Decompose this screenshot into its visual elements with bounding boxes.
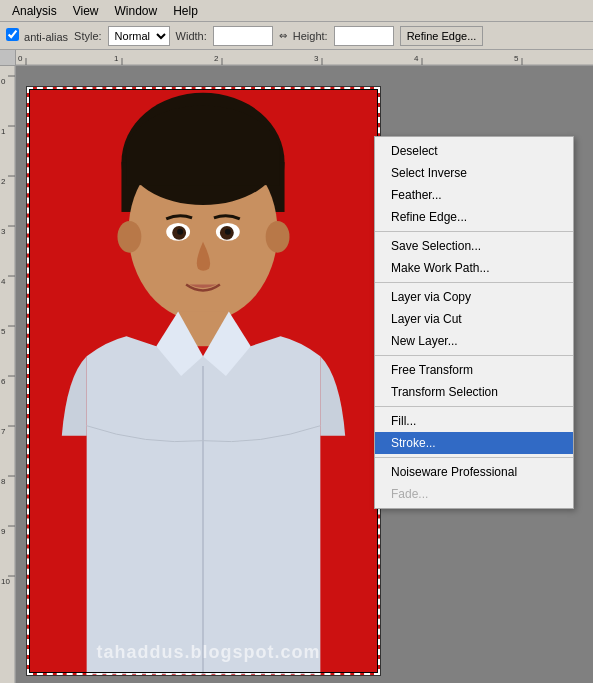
menu-separator-after-10 [375,406,573,407]
context-menu-item-stroke---[interactable]: Stroke... [375,432,573,454]
svg-text:1: 1 [1,127,6,136]
context-menu: DeselectSelect InverseFeather...Refine E… [374,136,574,509]
swap-arrow: ⇔ [279,30,287,41]
svg-text:6: 6 [1,377,6,386]
context-menu-item-layer-via-copy[interactable]: Layer via Copy [375,286,573,308]
svg-rect-40 [126,145,279,185]
menu-separator-after-3 [375,231,573,232]
menu-analysis[interactable]: Analysis [4,2,65,20]
svg-text:4: 4 [414,54,419,63]
context-menu-item-make-work-path---[interactable]: Make Work Path... [375,257,573,279]
svg-text:7: 7 [1,427,6,436]
menu-separator-after-5 [375,282,573,283]
ruler-vertical: 0 1 2 3 4 5 6 7 8 9 10 [0,66,16,683]
menu-help[interactable]: Help [165,2,206,20]
svg-text:2: 2 [1,177,6,186]
svg-point-48 [225,229,231,235]
photo-canvas[interactable]: tahaddus.blogspot.com [26,86,381,676]
context-menu-item-fade---: Fade... [375,483,573,505]
svg-text:1: 1 [114,54,119,63]
svg-text:5: 5 [1,327,6,336]
ruler-horizontal: 0 1 2 3 4 5 [16,50,593,66]
context-menu-item-feather---[interactable]: Feather... [375,184,573,206]
svg-text:9: 9 [1,527,6,536]
svg-point-41 [117,221,141,253]
menu-bar: Analysis View Window Help [0,0,593,22]
svg-text:0: 0 [18,54,23,63]
svg-text:0: 0 [1,77,6,86]
anti-alias-checkbox[interactable] [6,28,19,41]
context-menu-item-free-transform[interactable]: Free Transform [375,359,573,381]
context-menu-item-deselect[interactable]: Deselect [375,140,573,162]
menu-view[interactable]: View [65,2,107,20]
height-label: Height: [293,30,328,42]
style-label: Style: [74,30,102,42]
svg-text:4: 4 [1,277,6,286]
context-menu-item-layer-via-cut[interactable]: Layer via Cut [375,308,573,330]
svg-text:3: 3 [314,54,319,63]
context-menu-item-select-inverse[interactable]: Select Inverse [375,162,573,184]
context-menu-item-fill---[interactable]: Fill... [375,410,573,432]
ruler-corner [0,50,16,66]
menu-separator-after-8 [375,355,573,356]
svg-text:10: 10 [1,577,10,586]
context-menu-item-noiseware-professional[interactable]: Noiseware Professional [375,461,573,483]
svg-text:5: 5 [514,54,519,63]
menu-window[interactable]: Window [106,2,165,20]
context-menu-item-new-layer---[interactable]: New Layer... [375,330,573,352]
options-toolbar: anti-alias Style: Normal Width: ⇔ Height… [0,22,593,50]
context-menu-item-refine-edge---[interactable]: Refine Edge... [375,206,573,228]
svg-text:2: 2 [214,54,219,63]
anti-alias-label: anti-alias [6,28,68,43]
context-menu-item-save-selection---[interactable]: Save Selection... [375,235,573,257]
svg-point-42 [266,221,290,253]
person-figure [27,87,380,675]
refine-edge-button[interactable]: Refine Edge... [400,26,484,46]
svg-point-47 [177,229,183,235]
svg-text:8: 8 [1,477,6,486]
height-input[interactable] [334,26,394,46]
svg-text:3: 3 [1,227,6,236]
canvas-area: tahaddus.blogspot.com DeselectSelect Inv… [16,66,593,683]
style-select[interactable]: Normal [108,26,170,46]
width-input[interactable] [213,26,273,46]
width-label: Width: [176,30,207,42]
menu-separator-13 [375,457,573,458]
context-menu-item-transform-selection[interactable]: Transform Selection [375,381,573,403]
